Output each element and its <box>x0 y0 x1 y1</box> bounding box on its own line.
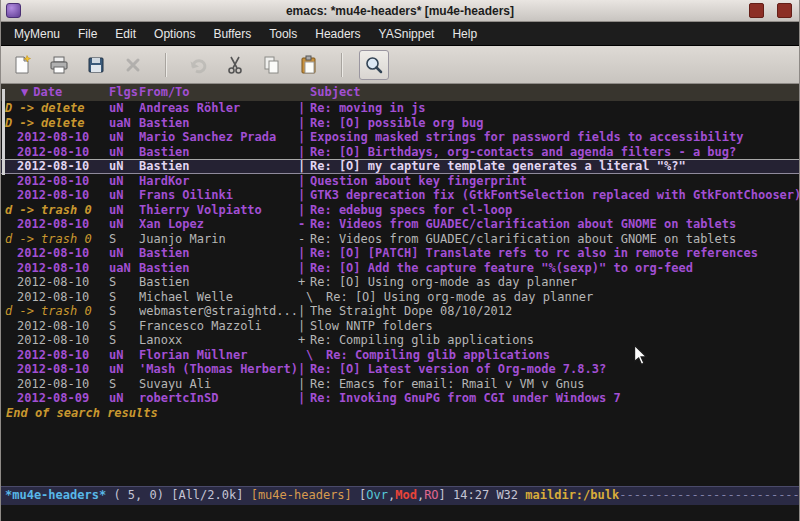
readonly-indicator: RO <box>424 488 438 502</box>
message-flags: uN <box>109 174 139 189</box>
undo-icon <box>187 54 209 76</box>
search-button[interactable] <box>359 50 389 80</box>
menu-help[interactable]: Help <box>443 24 486 44</box>
message-date: 2012-08-10 <box>5 160 109 173</box>
menu-options[interactable]: Options <box>145 24 204 44</box>
scrollbar-thumb[interactable] <box>2 89 5 175</box>
emacs-icon <box>6 3 21 18</box>
window-close-button[interactable] <box>777 3 792 18</box>
message-flags: uN <box>109 160 139 173</box>
paste-button[interactable] <box>294 50 324 80</box>
message-mark: D -> delete <box>5 101 109 116</box>
message-flags: uN <box>109 362 139 377</box>
maildir-path: maildir:/bulk <box>525 488 619 502</box>
message-row[interactable]: 2012-08-10uNFrans Oilinki|GTK3 deprecati… <box>1 188 799 203</box>
message-subject: Re: [O] Using org-mode as day planner <box>326 290 799 305</box>
close-button[interactable] <box>118 50 148 80</box>
message-flags: S <box>109 333 139 348</box>
thread-separator: | <box>298 188 310 203</box>
message-row[interactable]: 2012-08-10uaNBastien|Re: [O] Add the cap… <box>1 261 799 276</box>
message-subject: Re: [O] possible org bug <box>310 116 799 131</box>
thread-separator: | <box>298 362 310 377</box>
window-title: emacs: *mu4e-headers* [mu4e-headers] <box>1 4 799 18</box>
column-header-from[interactable]: From/To <box>139 84 298 101</box>
message-row[interactable]: 2012-08-09uNrobertcInSD|Re: Invoking Gnu… <box>1 391 799 406</box>
message-mark: d -> trash 0 <box>5 304 109 319</box>
menu-mymenu[interactable]: MyMenu <box>5 24 69 44</box>
message-flags: S <box>109 232 139 247</box>
thread-separator: | <box>298 130 310 145</box>
message-from: Frans Oilinki <box>139 188 298 203</box>
message-from: Thierry Volpiatto <box>139 203 298 218</box>
message-date: 2012-08-10 <box>5 261 109 276</box>
message-from: robertcInSD <box>139 391 298 406</box>
column-header-date[interactable]: ▼Date <box>5 84 109 101</box>
message-list: D -> deleteuNAndreas Röhler|Re: moving i… <box>1 101 799 406</box>
menu-tools[interactable]: Tools <box>260 24 306 44</box>
message-row[interactable]: 2012-08-10uN'Mash (Thomas Herbert)|Re: [… <box>1 362 799 377</box>
message-date: 2012-08-10 <box>5 246 109 261</box>
message-flags: uN <box>109 130 139 145</box>
cut-icon <box>224 54 246 76</box>
message-flags: S <box>109 377 139 392</box>
message-row[interactable]: 2012-08-10uNBastien|Re: [O] my capture t… <box>1 159 799 174</box>
thread-separator: | <box>298 145 310 160</box>
title-bar[interactable]: emacs: *mu4e-headers* [mu4e-headers] <box>1 0 799 22</box>
message-flags: uN <box>109 246 139 261</box>
thread-separator: - <box>298 217 310 232</box>
message-subject: Question about key fingerprint <box>310 174 799 189</box>
message-row[interactable]: D -> deleteuNAndreas Röhler|Re: moving i… <box>1 101 799 116</box>
message-row[interactable]: 2012-08-10SFrancesco Mazzoli|Slow NNTP f… <box>1 319 799 334</box>
message-date: 2012-08-10 <box>5 130 109 145</box>
message-flags: uN <box>109 188 139 203</box>
message-subject: Re: Compiling glib applications <box>310 333 799 348</box>
message-row[interactable]: 2012-08-10SMichael Welle\Re: [O] Using o… <box>1 290 799 305</box>
message-row[interactable]: 2012-08-10SBastien+Re: [O] Using org-mod… <box>1 275 799 290</box>
message-row[interactable]: d -> trash 0Swebmaster@straightd...|The … <box>1 304 799 319</box>
mode-line: *mu4e-headers* ( 5, 0) [All/2.0k] [mu4e-… <box>1 486 799 505</box>
message-row[interactable]: D -> deleteuaNBastien|Re: [O] possible o… <box>1 116 799 131</box>
save-button[interactable] <box>81 50 111 80</box>
menu-yasnippet[interactable]: YASnippet <box>370 24 444 44</box>
status-close-bracket: ] <box>439 488 453 502</box>
message-row[interactable]: 2012-08-10uNBastien|Re: [O] [PATCH] Tran… <box>1 246 799 261</box>
menu-buffers[interactable]: Buffers <box>204 24 260 44</box>
message-from: Michael Welle <box>139 290 298 305</box>
message-flags: S <box>109 304 139 319</box>
undo-button[interactable] <box>183 50 213 80</box>
message-date: 2012-08-10 <box>5 333 109 348</box>
message-row[interactable]: d -> trash 0SJuanjo Marin-Re: Videos fro… <box>1 232 799 247</box>
message-row[interactable]: 2012-08-10uNXan Lopez-Re: Videos from GU… <box>1 217 799 232</box>
thread-separator: | <box>298 160 310 173</box>
modified-indicator: Mod <box>395 488 417 502</box>
cut-button[interactable] <box>220 50 250 80</box>
menu-headers[interactable]: Headers <box>306 24 369 44</box>
column-header-gap <box>298 84 310 101</box>
thread-separator: | <box>298 246 310 261</box>
column-header-subject[interactable]: Subject <box>310 84 799 101</box>
minibuffer[interactable] <box>1 505 799 521</box>
sort-descending-icon: ▼ <box>21 85 28 99</box>
window-minimize-button[interactable] <box>749 3 764 18</box>
message-row[interactable]: 2012-08-10uNBastien|Re: [O] Birthdays, o… <box>1 145 799 160</box>
message-row[interactable]: d -> trash 0uNThierry Volpiatto|Re: edeb… <box>1 203 799 218</box>
copy-button[interactable] <box>257 50 287 80</box>
message-date: 2012-08-10 <box>5 145 109 160</box>
message-mark: D -> delete <box>5 116 109 131</box>
message-subject: GTK3 deprecation fix (GtkFontSelection r… <box>310 188 799 203</box>
message-row[interactable]: 2012-08-10uNHardKor|Question about key f… <box>1 174 799 189</box>
column-header-flags[interactable]: Flgs <box>109 84 139 101</box>
message-row[interactable]: 2012-08-10uNFlorian Müllner\Re: Compilin… <box>1 348 799 363</box>
thread-separator: | <box>298 174 310 189</box>
message-subject: Re: [O] [PATCH] Translate refs to rc als… <box>310 246 799 261</box>
new-file-button[interactable] <box>7 50 37 80</box>
message-row[interactable]: 2012-08-10SLanoxx+Re: Compiling glib app… <box>1 333 799 348</box>
print-button[interactable] <box>44 50 74 80</box>
thread-separator: + <box>298 333 310 348</box>
menu-file[interactable]: File <box>69 24 106 44</box>
message-row[interactable]: 2012-08-10SSuvayu Ali|Re: Emacs for emai… <box>1 377 799 392</box>
message-from: Lanoxx <box>139 333 298 348</box>
menu-edit[interactable]: Edit <box>106 24 145 44</box>
message-from: Bastien <box>139 275 298 290</box>
message-row[interactable]: 2012-08-10uNMario Sanchez Prada|Exposing… <box>1 130 799 145</box>
